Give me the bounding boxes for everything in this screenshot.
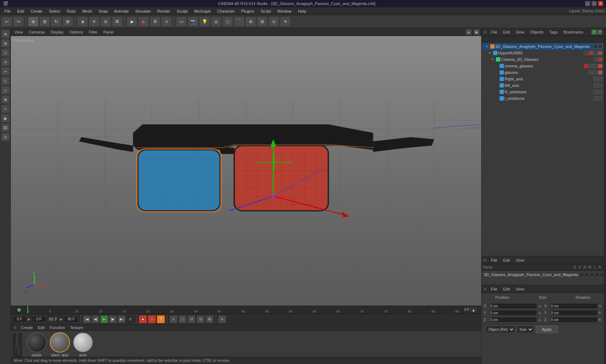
obj2-row-main[interactable]: 3D_Glasses_Anaglyph_Passive_Cyan_and_Mag… — [482, 271, 603, 278]
sidebar-extrude-tool[interactable]: ⬡ — [1, 76, 10, 85]
timeline-expand-btn[interactable]: ▲ — [470, 307, 477, 312]
tree-arrow-hypernurbs[interactable]: ▼ — [488, 51, 492, 55]
menu-sculpt[interactable]: Sculpt — [174, 8, 191, 14]
point-mode-button[interactable]: ✕ — [89, 17, 100, 27]
coords-view-menu[interactable]: View — [514, 286, 527, 292]
render-region-button[interactable]: ▶ — [127, 17, 137, 27]
step-back-button[interactable]: ◀| — [92, 315, 100, 323]
render-settings-button[interactable]: ⚙ — [150, 17, 161, 27]
obj-bookmarks-menu[interactable]: Bookmarks — [561, 29, 585, 35]
menu-tools[interactable]: Tools — [63, 8, 79, 14]
sidebar-smooth-tool[interactable]: ◉ — [1, 114, 10, 123]
material-swatch-axes[interactable] — [73, 332, 93, 352]
sidebar-bevel-tool[interactable]: ◇ — [1, 86, 10, 94]
menu-animate[interactable]: Animate — [111, 8, 132, 14]
x-size-input[interactable]: 0 cm — [550, 303, 598, 309]
undo-button[interactable]: ↩ — [1, 17, 12, 27]
motion-extra-button[interactable]: ⊙ — [197, 315, 205, 323]
tree-row-right-axis[interactable]: ▶ Right_axis — [482, 76, 603, 82]
render-queue-button[interactable]: ≡ — [161, 17, 172, 27]
vp-tab-filter[interactable]: Filter — [87, 29, 100, 35]
scale-tool-button[interactable]: ⊞ — [39, 17, 50, 27]
tree-arrow-cinema3d[interactable]: ▼ — [491, 58, 495, 61]
menu-help[interactable]: Help — [295, 8, 309, 14]
keyframe-help-button[interactable]: ? — [157, 315, 165, 323]
menu-render[interactable]: Render — [154, 8, 173, 14]
sky-button[interactable]: ◎ — [211, 17, 221, 27]
obj-tags-menu[interactable]: Tags — [547, 29, 560, 35]
redo-button[interactable]: ↪ — [13, 17, 24, 27]
material-glass-gray[interactable]: glass_gray — [50, 332, 70, 357]
frame-current-input[interactable]: 0 F — [32, 316, 46, 323]
size-system-select[interactable]: Size — [517, 326, 533, 333]
light-button[interactable]: 💡 — [199, 17, 210, 27]
vp-tab-display[interactable]: Display — [48, 29, 66, 35]
record-button[interactable]: ⊙ — [126, 315, 134, 323]
tree-row-glasses[interactable]: ▶ glasses — [482, 69, 603, 76]
x-pos-arrow-up[interactable]: ▲ — [538, 304, 541, 308]
tree-arrow-root[interactable]: ▼ — [485, 45, 489, 48]
motion-loop-button[interactable]: ↺ — [188, 315, 196, 323]
render-to-picture-button[interactable]: ▶ — [138, 17, 149, 27]
y-pos-arrow-up[interactable]: ▲ — [538, 311, 541, 315]
vp-btn-2[interactable]: ◉ — [473, 29, 480, 35]
add-keyframe-button[interactable]: ● — [139, 315, 147, 323]
rotate-tool-button[interactable]: ↻ — [51, 17, 62, 27]
material-swatch-plastic[interactable] — [27, 332, 47, 352]
material-swatch-glass[interactable] — [50, 332, 70, 352]
obj2-edit-menu[interactable]: Edit — [501, 257, 512, 263]
grid-button[interactable]: ⊞ — [257, 17, 268, 27]
coord-system-select[interactable]: Object (Rel) — [486, 326, 515, 333]
mat-function-menu[interactable]: Function — [48, 325, 67, 330]
sidebar-loop-tool[interactable]: ↺ — [1, 58, 10, 66]
vp-tab-cameras[interactable]: Cameras — [27, 29, 47, 35]
y-size-input[interactable]: 0 cm — [550, 310, 598, 316]
menu-simulate[interactable]: Simulate — [132, 8, 154, 14]
timeline[interactable]: 0 5 10 15 20 25 30 35 40 45 50 55 60 65 … — [11, 306, 481, 314]
tree-row-root[interactable]: ▼ 3D_Glasses_Anaglyph_Passive_Cyan_and_M… — [482, 43, 603, 50]
transform-button[interactable]: ⊠ — [62, 17, 73, 27]
y-pos-input[interactable]: 0 cm — [489, 310, 537, 316]
mat-edit-menu[interactable]: Edit — [36, 325, 47, 330]
play-button[interactable]: ▶ — [100, 315, 108, 323]
menu-plugins[interactable]: Plugins — [238, 8, 257, 14]
step-forward-button[interactable]: |▶ — [109, 315, 117, 323]
viewport[interactable]: X Y Z Perspective — [11, 36, 481, 306]
atom-button[interactable]: ⬡ — [222, 17, 233, 27]
motion-dots-button[interactable]: ⊞ — [206, 315, 214, 323]
tree-row-hypernurbs[interactable]: ▼ HyperNURBS — [482, 50, 603, 56]
menu-create[interactable]: Create — [28, 8, 45, 14]
menu-edit[interactable]: Edit — [14, 8, 27, 14]
sidebar-spline-tool[interactable]: ∿ — [1, 105, 10, 113]
tree-row-left-axis[interactable]: ▶ left_axis — [482, 82, 603, 89]
vp-btn-1[interactable]: ▲ — [465, 29, 472, 35]
menu-mograph[interactable]: MoGraph — [191, 8, 214, 14]
vp-tab-panel[interactable]: Panel — [101, 29, 116, 35]
tree-row-cinema3d[interactable]: ▼ Cinema_3D_Glasses — [482, 56, 603, 63]
sidebar-move-tool[interactable]: ⊕ — [1, 30, 10, 38]
z-pos-input[interactable]: 0 cm — [489, 317, 537, 323]
z-pos-arrow-up[interactable]: ▲ — [538, 318, 541, 321]
timeline-ruler[interactable]: 0 5 10 15 20 25 30 35 40 45 50 55 60 65 … — [27, 306, 460, 314]
mat-texture-menu[interactable]: Texture — [68, 325, 85, 330]
right-scrollbar[interactable] — [604, 28, 606, 364]
motion-play-button[interactable]: □ — [179, 315, 186, 323]
go-to-end-button[interactable]: ▶| — [118, 315, 126, 323]
sidebar-bridge-tool[interactable]: ⊠ — [1, 95, 10, 104]
magnet-button[interactable]: ⊗ — [245, 17, 256, 27]
del-keyframe-button[interactable]: ○ — [148, 315, 156, 323]
floor-button[interactable]: ▭ — [176, 17, 187, 27]
tree-row-r-wishbone[interactable]: ▶ R_wishbone — [482, 89, 603, 95]
coords-edit-menu[interactable]: Edit — [501, 286, 512, 292]
target-button[interactable]: ⊙ — [268, 17, 279, 27]
camera-button[interactable]: 📷 — [188, 17, 198, 27]
object-mode-button[interactable]: ◈ — [77, 17, 88, 27]
obj-file-menu[interactable]: File — [489, 29, 500, 35]
motion-record-button[interactable]: + — [170, 315, 177, 323]
tree-row-l-wishbone[interactable]: ▶ l_wishbone — [482, 95, 603, 102]
frame-start-input[interactable]: 0 F — [12, 316, 27, 323]
sidebar-paint-tool[interactable]: ⌧ — [1, 123, 10, 132]
menu-window[interactable]: Window — [275, 8, 294, 14]
sidebar-select-tool[interactable]: ⊞ — [1, 39, 10, 48]
vp-tab-options[interactable]: Options — [67, 29, 85, 35]
